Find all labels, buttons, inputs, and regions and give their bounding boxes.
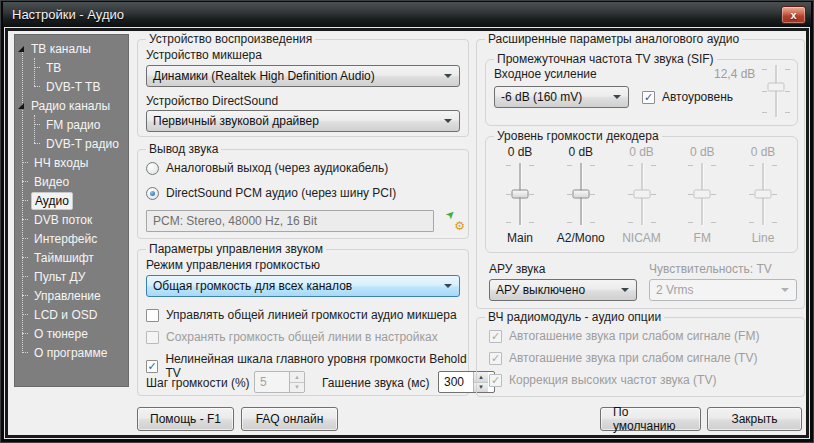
audio-device-settings-icon[interactable]: ➤⚙ [446, 212, 464, 230]
help-button[interactable]: Помощь - F1 [137, 407, 234, 431]
checkbox-checked-icon: ✓ [146, 360, 158, 373]
sidebar-item-control[interactable]: Управление [15, 286, 128, 305]
group-title: ВЧ радиомодуль - аудио опции [485, 310, 664, 324]
sidebar-item-about-tuner[interactable]: О тюнере [15, 324, 128, 343]
decoder-volume-group: Уровень громкости декодера 0 dB Main [485, 136, 798, 253]
input-gain-select[interactable]: -6 dB (160 mV) [494, 86, 629, 108]
group-title: Вывод звука [146, 142, 221, 156]
volume-control-group: Параметры управления звуком Режим управл… [137, 249, 469, 396]
close-dialog-button[interactable]: Закрыть [707, 407, 802, 431]
sidebar-item-tv[interactable]: ТВ [15, 58, 128, 77]
sidebar-item-interface[interactable]: Интерфейс [15, 229, 128, 248]
tree-expander-icon[interactable] [18, 103, 24, 109]
spin-down-icon: ▼ [290, 383, 304, 393]
save-line-checkbox: Сохранять громкость общей линии в настро… [146, 330, 438, 344]
nicam-volume-slider [628, 163, 656, 225]
sidebar-item-dvb-stream[interactable]: DVB поток [15, 210, 128, 229]
mixer-line-checkbox[interactable]: Управлять общей линией громкости аудио м… [146, 308, 457, 322]
slider-thumb[interactable] [572, 190, 589, 199]
faq-online-button[interactable]: FAQ онлайн [241, 407, 338, 431]
agc-select[interactable]: АРУ выключено [489, 279, 637, 301]
analog-output-radio[interactable]: Аналоговый выход (через аудиокабель) [146, 161, 388, 175]
sidebar-item-audio[interactable]: Аудио [15, 191, 128, 210]
input-gain-label: Входное усиление [494, 67, 597, 81]
mute-time-label: Гашение звука (мс) [322, 376, 430, 390]
title-bar[interactable]: Настройки - Аудио x [3, 2, 811, 27]
checkbox-checked-icon: ✓ [489, 330, 502, 343]
sidebar-item-timeshift[interactable]: Таймшифт [15, 248, 128, 267]
pcm-format-field[interactable]: PCM: Stereo, 48000 Hz, 16 Bit [146, 210, 434, 232]
settings-tree: ТВ каналы ТВ DVB-T ТВ Радио каналы FM ра… [14, 34, 129, 387]
automute-fm-checkbox: ✓ Автогашение звука при слабом сигнале (… [489, 329, 759, 343]
slider-thumb [694, 190, 711, 199]
slider-value: 0 dB [751, 145, 776, 159]
sidebar-item-fm-radio[interactable]: FM радио [15, 115, 128, 134]
playback-device-group: Устройство воспроизведения Устройство ми… [137, 39, 469, 137]
sidebar-item-about-program[interactable]: О программе [15, 343, 128, 362]
decoder-slider-fm: 0 dB FM [674, 145, 730, 245]
volume-step-label: Шаг громкости (%) [146, 376, 250, 390]
directsound-device-select[interactable]: Первичный звуковой драйвер [146, 110, 460, 132]
checkbox-checked-icon: ✓ [642, 91, 655, 104]
chevron-down-icon [444, 119, 452, 123]
sidebar-item-dvbt-tv[interactable]: DVB-T ТВ [15, 77, 128, 96]
spin-up-icon: ▲ [290, 372, 304, 383]
slider-name: Line [752, 231, 775, 245]
pcm-output-radio[interactable]: DirectSound PCM аудио (через шину PCI) [146, 186, 396, 200]
chevron-down-icon [444, 284, 452, 288]
tree-expander-icon[interactable] [18, 46, 24, 52]
chevron-down-icon [621, 288, 629, 292]
chevron-down-icon [781, 288, 789, 292]
sidebar-item-dvbt-radio[interactable]: DVB-T радио [15, 134, 128, 153]
window-title: Настройки - Аудио [3, 7, 124, 22]
slider-value: 0 dB [508, 145, 533, 159]
close-icon: x [790, 9, 796, 21]
slider-name: FM [694, 231, 711, 245]
group-title: Параметры управления звуком [146, 242, 326, 256]
close-button[interactable]: x [781, 6, 806, 24]
main-volume-slider[interactable] [506, 163, 534, 225]
chevron-down-icon [444, 74, 452, 78]
hf-correction-checkbox: ✓ Коррекция высоких частот звука (TV) [489, 373, 716, 387]
autolevel-checkbox[interactable]: ✓ Автоуровень [642, 90, 733, 104]
sensitivity-label: Чувствительность: TV [649, 262, 772, 276]
rf-module-group: ВЧ радиомодуль - аудио опции ✓ Автогашен… [476, 317, 805, 397]
slider-name: Main [507, 231, 533, 245]
fm-volume-slider [688, 163, 716, 225]
slider-value: 0 dB [629, 145, 654, 159]
radio-selected-icon [146, 187, 159, 200]
mixer-device-select[interactable]: Динамики (Realtek High Definition Audio) [146, 65, 460, 87]
content-panel: ТВ каналы ТВ DVB-T ТВ Радио каналы FM ра… [8, 31, 806, 435]
volume-mode-label: Режим управления громкостью [146, 258, 320, 272]
checkbox-checked-icon: ✓ [489, 352, 502, 365]
sidebar-item-lf-inputs[interactable]: НЧ входы [15, 153, 128, 172]
slider-thumb[interactable] [512, 190, 529, 199]
slider-name: A2/Mono [557, 231, 605, 245]
sidebar-item-video[interactable]: Видео [15, 172, 128, 191]
defaults-button[interactable]: По умолчанию [600, 407, 701, 431]
sif-gain-slider [762, 65, 790, 117]
slider-name: NICAM [622, 231, 661, 245]
sif-group: Промежуточная частота TV звука (SIF) Вхо… [485, 59, 798, 126]
sidebar-item-tv-channels[interactable]: ТВ каналы [15, 39, 128, 58]
chevron-down-icon [613, 95, 621, 99]
slider-thumb [768, 82, 785, 91]
decoder-slider-line: 0 dB Line [735, 145, 791, 245]
sidebar-item-lcd-osd[interactable]: LCD и OSD [15, 305, 128, 324]
sidebar-item-remote[interactable]: Пульт ДУ [15, 267, 128, 286]
a2mono-volume-slider[interactable] [567, 163, 595, 225]
slider-thumb [633, 190, 650, 199]
slider-thumb [755, 190, 772, 199]
radio-icon [146, 162, 159, 175]
directsound-device-label: Устройство DirectSound [146, 94, 278, 108]
sif-level-value: 12,4 dB [714, 67, 755, 81]
advanced-analog-audio-group: Расширенные параметры аналогового аудио … [476, 39, 805, 309]
decoder-slider-nicam: 0 dB NICAM [614, 145, 670, 245]
sensitivity-select: 2 Vrms [649, 279, 797, 301]
volume-step-spinner: 5 ▲▼ [254, 371, 305, 393]
checkbox-checked-icon: ✓ [489, 374, 502, 387]
volume-mode-select[interactable]: Общая громкость для всех каналов [146, 275, 460, 297]
sidebar-item-radio-channels[interactable]: Радио каналы [15, 96, 128, 115]
agc-label: АРУ звука [489, 262, 546, 276]
slider-value: 0 dB [690, 145, 715, 159]
